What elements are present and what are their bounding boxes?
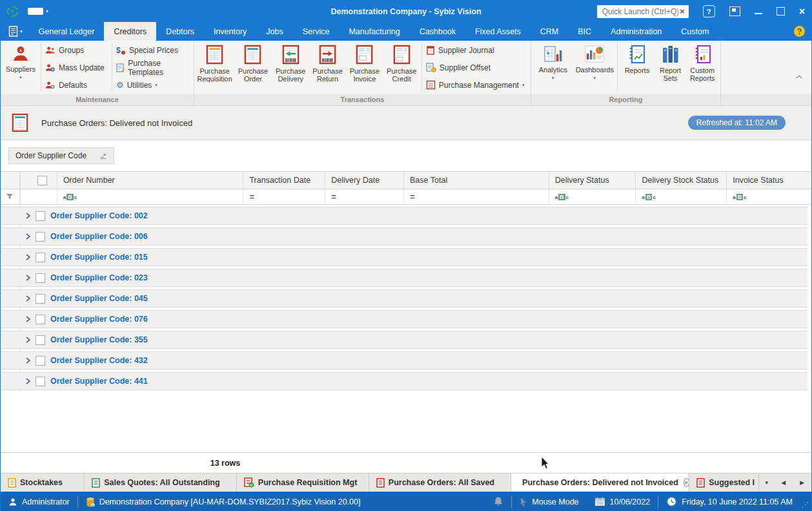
tab-fixed-assets[interactable]: Fixed Assets xyxy=(465,22,531,41)
expand-chevron-icon[interactable] xyxy=(25,337,30,343)
status-datetime[interactable]: Friday, 10 June 2022 11:05 AM xyxy=(658,492,800,511)
tab-administration[interactable]: Administration xyxy=(601,22,671,41)
group-row[interactable]: Order Supplier Code: 023 xyxy=(1,269,807,287)
analytics-button[interactable]: Analytics ▾ xyxy=(533,41,574,94)
expand-chevron-icon[interactable] xyxy=(25,357,30,364)
tab-inventory[interactable]: Inventory xyxy=(204,22,256,41)
column-header-order-number[interactable]: Order Number xyxy=(57,172,244,189)
maximize-button[interactable] xyxy=(776,7,785,16)
supplier-journal-button[interactable]: Supplier Journal xyxy=(426,43,527,58)
status-company[interactable]: i Demonstration Company [AU-MAR-DOM.SYBI… xyxy=(78,492,369,511)
doc-tab-stocktakes[interactable]: Stocktakes xyxy=(1,474,85,492)
groups-button[interactable]: Groups xyxy=(45,43,108,58)
expand-chevron-icon[interactable] xyxy=(25,213,30,219)
column-header-transaction-date[interactable]: Transaction Date xyxy=(243,172,325,189)
doc-tab-purchase-requisition-mgt[interactable]: Purchase Requisition Mgt xyxy=(237,474,369,492)
help-circle-icon[interactable]: ? xyxy=(794,26,805,37)
filter-base-total[interactable]: = xyxy=(404,189,549,204)
defaults-button[interactable]: Defaults xyxy=(45,78,108,93)
doc-tab-suggested[interactable]: Suggested I xyxy=(689,474,759,492)
row-checkbox[interactable] xyxy=(36,294,45,304)
row-checkbox[interactable] xyxy=(36,211,45,221)
filter-delivery-stock-status[interactable]: aBc xyxy=(636,189,727,204)
quick-launch-input[interactable] xyxy=(601,6,680,17)
popup-window-button[interactable] xyxy=(729,6,740,16)
expand-chevron-icon[interactable] xyxy=(25,233,30,240)
group-row[interactable]: Order Supplier Code: 006 xyxy=(1,227,807,245)
filter-invoice-status[interactable]: aBc xyxy=(727,189,811,204)
group-row[interactable]: Order Supplier Code: 441 xyxy=(1,372,807,390)
purchase-requisition-button[interactable]: Purchase Requisition xyxy=(196,41,234,94)
special-prices-button[interactable]: $ Special Prices xyxy=(116,43,190,58)
purchase-delivery-button[interactable]: Purchase Delivery xyxy=(272,41,309,94)
tab-list-caret-icon[interactable]: ▾ xyxy=(759,474,774,492)
filter-delivery-date[interactable]: = xyxy=(325,189,404,204)
resize-grip[interactable]: ⋰ xyxy=(802,501,809,509)
column-header-delivery-stock-status[interactable]: Delivery Stock Status xyxy=(636,172,727,189)
notifications-button[interactable] xyxy=(485,492,511,511)
tab-jobs[interactable]: Jobs xyxy=(256,22,292,41)
tab-scroll-left-button[interactable]: ◀ xyxy=(774,474,793,492)
row-checkbox[interactable] xyxy=(36,377,45,386)
tab-general-ledger[interactable]: General Ledger xyxy=(29,22,105,41)
tab-cashbook[interactable]: Cashbook xyxy=(410,22,465,41)
suppliers-button[interactable]: Suppliers ▾ xyxy=(2,41,39,94)
utilities-button[interactable]: ⚙ Utilities ▾ xyxy=(116,78,190,93)
row-checkbox[interactable] xyxy=(36,335,45,345)
help-button[interactable]: ? xyxy=(703,5,715,17)
expand-chevron-icon[interactable] xyxy=(25,378,30,384)
tab-close-icon[interactable]: ✕ xyxy=(684,478,689,487)
row-checkbox[interactable] xyxy=(36,356,45,366)
tab-manufacturing[interactable]: Manufacturing xyxy=(339,22,409,41)
column-header-invoice-status[interactable]: Invoice Status xyxy=(727,172,811,189)
group-by-chip[interactable]: Order Supplier Code xyxy=(8,147,114,164)
purchase-return-button[interactable]: Purchase Return xyxy=(309,41,346,94)
tab-service[interactable]: Service xyxy=(293,22,340,41)
purchase-management-button[interactable]: Purchase Management ▾ xyxy=(426,78,527,93)
row-checkbox[interactable] xyxy=(36,232,45,242)
mass-update-button[interactable]: Mass Update xyxy=(45,60,108,76)
quick-launch-box[interactable]: × xyxy=(597,5,689,18)
group-row[interactable]: Order Supplier Code: 002 xyxy=(1,207,807,225)
group-row[interactable]: Order Supplier Code: 015 xyxy=(1,248,807,266)
tab-bic[interactable]: BIC xyxy=(568,22,601,41)
purchase-invoice-button[interactable]: Purchase Invoice xyxy=(346,41,383,94)
group-row[interactable]: Order Supplier Code: 076 xyxy=(1,310,807,328)
custom-reports-button[interactable]: Custom Reports xyxy=(685,41,719,94)
doc-tab-purchase-orders-delivered-not-invoiced[interactable]: Purchase Orders: Delivered not Invoiced … xyxy=(511,474,689,492)
filter-transaction-date[interactable]: = xyxy=(243,189,325,204)
row-checkbox[interactable] xyxy=(36,315,45,324)
status-date[interactable]: 10/06/2022 xyxy=(587,492,658,511)
quick-access-caret-icon[interactable]: ▾ xyxy=(46,8,48,14)
column-header-delivery-date[interactable]: Delivery Date xyxy=(325,172,404,189)
expand-chevron-icon[interactable] xyxy=(25,275,30,281)
group-row[interactable]: Order Supplier Code: 355 xyxy=(1,331,807,349)
select-all-checkbox[interactable] xyxy=(37,176,47,185)
column-header-base-total[interactable]: Base Total xyxy=(404,172,549,189)
tab-creditors[interactable]: Creditors xyxy=(104,22,156,41)
purchase-credit-button[interactable]: Purchase Credit xyxy=(383,41,420,94)
tab-debtors[interactable]: Debtors xyxy=(156,22,204,41)
doc-tab-purchase-orders-all-saved[interactable]: Purchase Orders: All Saved xyxy=(369,474,511,492)
purchase-templates-button[interactable]: Purchase Templates xyxy=(116,60,190,76)
quick-access-toolbar-button[interactable] xyxy=(28,8,43,15)
filter-delivery-status[interactable]: aBc xyxy=(549,189,636,204)
status-user[interactable]: Administrator xyxy=(1,492,77,511)
reports-button[interactable]: Reports xyxy=(619,41,655,94)
tab-crm[interactable]: CRM xyxy=(531,22,568,41)
report-sets-button[interactable]: Report Sets xyxy=(655,41,686,94)
dashboards-button[interactable]: Dashboards ▾ xyxy=(574,41,616,94)
doc-tab-sales-quotes[interactable]: Sales Quotes: All Outstanding xyxy=(85,474,237,492)
tab-custom[interactable]: Custom xyxy=(671,22,718,41)
column-header-delivery-status[interactable]: Delivery Status xyxy=(549,172,636,189)
quick-launch-clear-icon[interactable]: × xyxy=(680,7,685,16)
row-checkbox[interactable] xyxy=(36,253,45,262)
expand-chevron-icon[interactable] xyxy=(25,254,30,260)
tab-scroll-right-button[interactable]: ▶ xyxy=(793,474,811,492)
minimize-button[interactable] xyxy=(755,13,762,14)
ribbon-collapse-icon[interactable] xyxy=(796,75,802,79)
application-menu-button[interactable]: ▾ xyxy=(1,22,29,41)
group-row[interactable]: Order Supplier Code: 432 xyxy=(1,351,807,370)
expand-chevron-icon[interactable] xyxy=(25,295,30,302)
row-checkbox[interactable] xyxy=(36,273,45,283)
